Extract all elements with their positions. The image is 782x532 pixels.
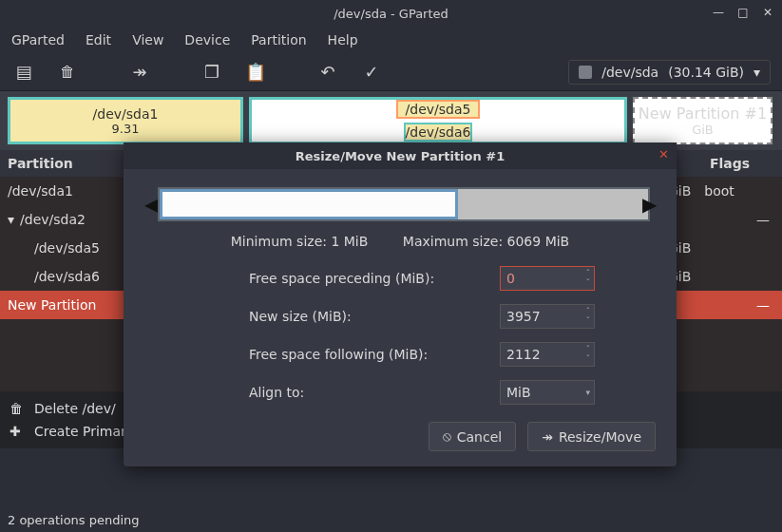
align-combo[interactable]: MiB▾ bbox=[500, 380, 595, 405]
row-name: New Partition bbox=[8, 297, 96, 313]
dialog-title: Resize/Move New Partition #1 bbox=[296, 149, 505, 163]
spinner-icon[interactable]: ˆˇ bbox=[586, 267, 591, 290]
row-name: /dev/sda2 bbox=[20, 212, 86, 227]
partition-graph: /dev/sda1 9.31 /dev/sda5 /dev/sda6 New P… bbox=[0, 91, 782, 150]
slider-left-arrow-icon[interactable]: ◀ bbox=[144, 193, 158, 216]
preceding-input[interactable]: 0ˆˇ bbox=[500, 266, 595, 291]
graph-extended: /dev/sda5 /dev/sda6 bbox=[249, 97, 627, 144]
minimize-button[interactable]: — bbox=[710, 4, 727, 21]
titlebar: /dev/sda - GParted — □ ✕ bbox=[0, 0, 782, 27]
undo-icon[interactable]: ↶ bbox=[315, 60, 340, 85]
resize-arrow-icon: ↠ bbox=[542, 429, 553, 445]
following-input[interactable]: 2112ˆˇ bbox=[500, 342, 595, 367]
resize-icon[interactable]: ↠ bbox=[127, 60, 152, 85]
chevron-down-icon: ▾ bbox=[753, 65, 760, 80]
apply-icon[interactable]: ✓ bbox=[359, 60, 384, 85]
dialog-titlebar: Resize/Move New Partition #1 ✕ bbox=[124, 142, 677, 169]
graph-sda1-label: /dev/sda1 bbox=[93, 106, 159, 122]
cancel-button[interactable]: ⦸Cancel bbox=[429, 422, 516, 451]
max-size-label: Maximum size: 6069 MiB bbox=[403, 234, 569, 249]
dialog-close-button[interactable]: ✕ bbox=[658, 147, 669, 162]
chevron-down-icon: ▾ bbox=[585, 381, 590, 404]
maximize-button[interactable]: □ bbox=[734, 4, 752, 21]
menu-help[interactable]: Help bbox=[328, 32, 358, 48]
align-label: Align to: bbox=[249, 385, 304, 400]
following-label: Free space following (MiB): bbox=[249, 347, 428, 362]
graph-sda5-label: /dev/sda5 bbox=[406, 102, 471, 117]
menubar: GParted Edit View Device Partition Help bbox=[0, 27, 782, 53]
menu-gparted[interactable]: GParted bbox=[11, 32, 65, 48]
graph-sda6-label: /dev/sda6 bbox=[406, 124, 471, 140]
menu-edit[interactable]: Edit bbox=[86, 32, 111, 48]
row-name: /dev/sda5 bbox=[34, 240, 100, 256]
graph-newpart-label: New Partition #1 bbox=[639, 104, 767, 123]
resize-move-dialog: Resize/Move New Partition #1 ✕ ◀ ▶ Minim… bbox=[124, 142, 677, 466]
graph-sda5[interactable]: /dev/sda5 bbox=[396, 100, 480, 119]
toolbar: ▤ 🗑 ↠ ❐ 📋 ↶ ✓ /dev/sda (30.14 GiB) ▾ bbox=[0, 53, 782, 91]
graph-new-partition[interactable]: New Partition #1 GiB bbox=[633, 97, 772, 144]
new-partition-icon[interactable]: ▤ bbox=[11, 60, 36, 85]
pending-op-text: Delete /dev/ bbox=[34, 401, 116, 416]
menu-device[interactable]: Device bbox=[184, 32, 230, 48]
copy-icon[interactable]: ❐ bbox=[200, 60, 224, 85]
statusbar: 2 operations pending bbox=[0, 511, 782, 532]
spinner-icon[interactable]: ˆˇ bbox=[586, 305, 591, 328]
col-flags[interactable]: Flags bbox=[677, 156, 782, 171]
paste-icon[interactable]: 📋 bbox=[243, 60, 268, 85]
device-selector[interactable]: /dev/sda (30.14 GiB) ▾ bbox=[568, 60, 771, 85]
col-partition[interactable]: Partition bbox=[0, 156, 133, 171]
delete-icon[interactable]: 🗑 bbox=[55, 60, 80, 85]
preceding-label: Free space preceding (MiB): bbox=[249, 271, 434, 286]
min-size-label: Minimum size: 1 MiB bbox=[231, 234, 369, 249]
graph-sda6[interactable]: /dev/sda6 bbox=[404, 123, 473, 142]
row-name: /dev/sda1 bbox=[8, 183, 73, 199]
disk-icon bbox=[579, 66, 592, 79]
size-limits: Minimum size: 1 MiB Maximum size: 6069 M… bbox=[144, 234, 656, 249]
partition-slider[interactable]: ◀ ▶ bbox=[144, 182, 656, 226]
menu-view[interactable]: View bbox=[132, 32, 163, 48]
new-size-label: New size (MiB): bbox=[249, 309, 352, 324]
slider-right-arrow-icon[interactable]: ▶ bbox=[642, 193, 656, 216]
row-name: /dev/sda6 bbox=[34, 269, 100, 284]
graph-newpart-sub: GiB bbox=[692, 123, 714, 137]
graph-sda1[interactable]: /dev/sda1 9.31 bbox=[8, 97, 243, 144]
spinner-icon[interactable]: ˆˇ bbox=[586, 343, 591, 366]
delete-op-icon: 🗑 bbox=[10, 401, 25, 416]
device-size: (30.14 GiB) bbox=[668, 65, 744, 80]
row-flags: boot bbox=[704, 183, 734, 199]
row-unit: — bbox=[744, 212, 782, 227]
new-size-input[interactable]: 3957ˆˇ bbox=[500, 304, 595, 329]
create-op-icon: ✚ bbox=[10, 424, 25, 439]
close-window-button[interactable]: ✕ bbox=[759, 4, 776, 21]
row-unit: — bbox=[744, 297, 782, 313]
cancel-icon: ⦸ bbox=[443, 428, 451, 445]
slider-handle[interactable] bbox=[160, 189, 458, 219]
expand-toggle-icon[interactable]: ▾ bbox=[8, 212, 14, 227]
resize-move-button[interactable]: ↠Resize/Move bbox=[527, 422, 656, 451]
device-path: /dev/sda bbox=[601, 65, 658, 80]
graph-sda1-size: 9.31 bbox=[112, 122, 140, 136]
menu-partition[interactable]: Partition bbox=[251, 32, 306, 48]
slider-track[interactable] bbox=[158, 187, 650, 221]
window-title: /dev/sda - GParted bbox=[334, 7, 448, 21]
